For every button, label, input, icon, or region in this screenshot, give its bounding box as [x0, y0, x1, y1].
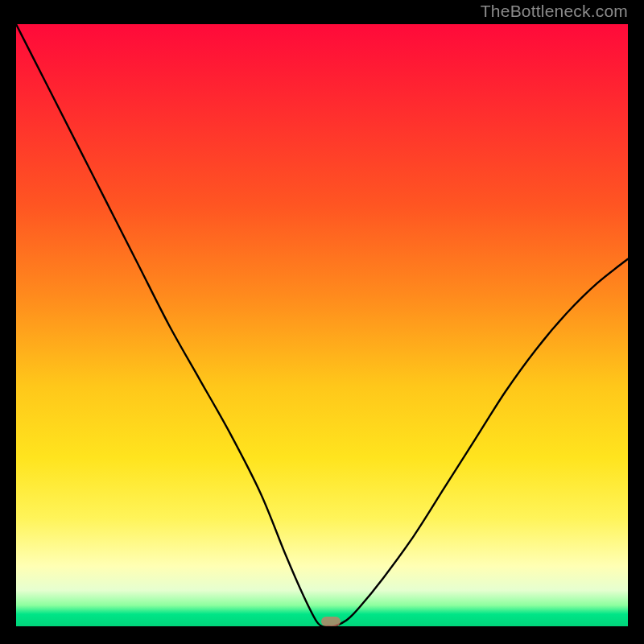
bottleneck-curve	[16, 24, 628, 626]
chart-frame: TheBottleneck.com	[8, 0, 636, 636]
optimal-marker	[321, 617, 341, 626]
watermark-text: TheBottleneck.com	[481, 2, 628, 21]
plot-area	[16, 24, 628, 626]
curve-svg	[16, 24, 628, 626]
